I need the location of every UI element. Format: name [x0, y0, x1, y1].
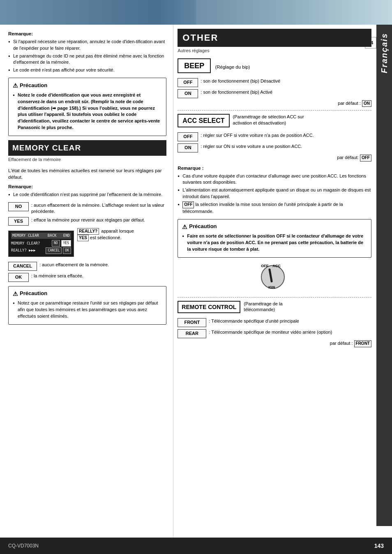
remote-control-title: REMOTE CONTROL [178, 301, 240, 313]
acc-remarque-title: Remarque : [178, 165, 371, 172]
remote-control-subtitle: (Paramétrage de la télécommande) [244, 301, 309, 313]
acc-remarque-item-2: L'alimentation est automatiquement appli… [178, 187, 371, 200]
precaution-list-2: Notez que ce paramétrage restaure l'unit… [13, 300, 162, 320]
really-desc: apparaît lorsque [101, 229, 134, 233]
beep-header-row: BEEP (Réglage du bip) [178, 58, 371, 76]
acc-off-desc: : régler sur OFF si votre voiture n'a pa… [201, 132, 371, 138]
bottom-bar: CQ-VD7003N 143 [0, 538, 392, 554]
no-button: NO [8, 202, 29, 211]
remote-default-value: FRONT [354, 340, 371, 347]
precaution-acc-label: Précaution [189, 223, 217, 231]
page-number: 143 [374, 542, 384, 549]
precaution-acc: ⚠ Précaution Faire en sorte de sélection… [178, 219, 371, 258]
precaution-item-1: Notez le code d'identification que vous … [13, 92, 162, 132]
screen-ok-btn: OK [63, 247, 71, 254]
screen-row: MEMORY CLEAR BACK END MEMORY CLEAR? NO Y… [8, 228, 166, 259]
beep-subtitle: (Réglage du bip) [215, 64, 250, 71]
acc-off-label: OFF [261, 263, 268, 269]
remarque-list-top: Si l'appareil nécessite une réparation, … [8, 39, 166, 74]
screen-title: MEMORY CLEAR [12, 233, 39, 238]
yes-desc2: est sélectionné. [90, 235, 121, 240]
remote-default-row: par défaut : FRONT [178, 340, 371, 347]
off-box-inline: OFF [182, 201, 194, 208]
precaution-acc-title: ⚠ Précaution [182, 223, 367, 231]
beep-section: BEEP (Réglage du bip) OFF : son de fonct… [178, 58, 371, 107]
precaution-text-2: Notez que ce paramétrage restaure l'unit… [13, 300, 162, 320]
remote-header-row: REMOTE CONTROL (Paramétrage de la téléco… [178, 301, 371, 316]
beep-title: BEEP [178, 58, 211, 73]
acc-on-button: ON [178, 143, 198, 152]
precaution-list-1: Notez le code d'identification que vous … [13, 92, 162, 132]
remarque-item-2: Le paramétrage du code ID ne peut pas êt… [8, 53, 166, 66]
top-image-strip [0, 0, 392, 25]
beep-default-row: par défaut : ON [178, 100, 371, 107]
precaution-acc-list: Faire en sorte de sélectionner la positi… [182, 233, 367, 253]
ok-desc: : la mémoire sera effacée. [31, 273, 166, 279]
acc-select-subtitle: (Paramétrage de sélection ACC sur activa… [233, 114, 307, 126]
ok-button: OK [8, 273, 29, 282]
acc-off-button: OFF [178, 132, 198, 141]
right-sidebar: Français [376, 25, 392, 526]
memory-remarque-list: Le code d'identification n'est pas suppr… [8, 192, 166, 198]
memory-clear-intro: L'état de toutes les mémoires actuelles … [8, 167, 166, 181]
screen-nav: BACK END [48, 233, 70, 238]
warning-icon-1: ⚠ [13, 81, 18, 90]
acc-remarque-list: Cas d'une voiture équipée d'un contacteu… [178, 173, 371, 215]
acc-off-row: OFF : régler sur OFF si votre voiture n'… [178, 132, 371, 141]
page-container: Français 34 Remarque: Si l'appareil néce… [0, 0, 392, 554]
acc-default-label: par défaut: [337, 155, 359, 160]
precaution-box-2: ⚠ Précaution Notez que ce paramétrage re… [8, 286, 166, 325]
front-button: FRONT [178, 318, 206, 327]
acc-on-desc: : régler sur ON si votre voiture a une p… [201, 143, 371, 150]
beep-on-button: ON [178, 89, 198, 98]
memory-remarque-item-1: Le code d'identification n'est pas suppr… [8, 192, 166, 198]
precaution-acc-text: Faire en sorte de sélectionner la positi… [182, 233, 367, 253]
beep-on-row: ON : son de fonctionnement (bip) Activé [178, 89, 371, 98]
beep-off-button: OFF [178, 78, 198, 87]
memory-clear-screen: MEMORY CLEAR BACK END MEMORY CLEAR? NO Y… [8, 231, 74, 256]
remarque-item-3: Le code entré n'est pas affiché pour vot… [8, 67, 166, 74]
cancel-option-row: CANCEL : aucun effacement de la mémoire. [8, 262, 166, 271]
remarque-title-top: Remarque: [8, 30, 166, 37]
screen-really-row: REALLY? ▶▶▶ CANCEL OK [11, 247, 71, 254]
acc-diagram: OFF ACC IGN [252, 261, 297, 294]
remote-control-section: REMOTE CONTROL (Paramétrage de la téléco… [178, 301, 371, 347]
language-label: Français [380, 33, 389, 73]
acc-acc-label: ACC [272, 263, 281, 269]
beep-default-label: par défaut : [338, 101, 361, 106]
acc-select-section: ACC SELECT (Paramétrage de sélection ACC… [178, 114, 371, 162]
model-name: CQ-VD7003N [8, 543, 39, 549]
rear-desc: : Télécommande spécifique de moniteur vi… [209, 329, 371, 335]
really-label: REALLY? [77, 228, 99, 235]
screen-caption: REALLY? apparaît lorsque YES est sélecti… [77, 228, 134, 241]
memory-clear-subtitle: Effacement de la mémoire [8, 157, 166, 163]
cancel-button: CANCEL [8, 262, 37, 271]
memory-clear-section: MEMORY CLEAR Effacement de la mémoire L'… [8, 140, 166, 282]
beep-default-value: ON [362, 100, 371, 107]
precaution-label-2: Précaution [20, 290, 47, 298]
other-section-subtitle: Autres réglages [178, 48, 371, 54]
acc-header-row: ACC SELECT (Paramétrage de sélection ACC… [178, 114, 371, 130]
precaution-title-1: ⚠ Précaution [13, 81, 162, 90]
precaution-acc-body: Faire en sorte de sélectionner la positi… [187, 233, 363, 252]
screen-no-btn: NO [52, 240, 60, 247]
remarque-item-1: Si l'appareil nécessite une réparation, … [8, 39, 166, 52]
warning-icon-acc: ⚠ [182, 223, 187, 231]
precaution-label-1: Précaution [20, 82, 47, 90]
screen-cancel-btn: CANCEL [46, 247, 62, 254]
yes-selected-label: YES [77, 235, 89, 241]
acc-remarque-item-3: OFF la sélection invalide la mise sous t… [178, 201, 371, 215]
acc-remarque-item-1: Cas d'une voiture équipée d'un contacteu… [178, 173, 371, 186]
screen-question: MEMORY CLEAR? [11, 241, 40, 246]
acc-remarque: Remarque : Cas d'une voiture équipée d'u… [178, 165, 371, 215]
precaution-acc-item: Faire en sorte de sélectionner la positi… [182, 233, 367, 253]
beep-off-desc: : son de fonctionnement (bip) Désactivé [201, 78, 371, 84]
main-content: Remarque: Si l'appareil nécessite une ré… [0, 25, 376, 538]
rear-button: REAR [178, 329, 206, 338]
screen-yes-btn: YES [61, 240, 71, 247]
screen-really: REALLY? ▶▶▶ [11, 248, 36, 253]
divider-2 [178, 297, 371, 298]
cancel-desc: : aucun effacement de la mémoire. [39, 262, 166, 268]
warning-icon-2: ⚠ [13, 290, 18, 298]
precaution-box-1: ⚠ Précaution Notez le code d'identificat… [8, 78, 166, 136]
